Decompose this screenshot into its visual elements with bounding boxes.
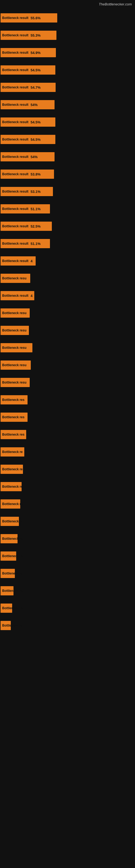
- bar-row: Bottleneck re: [1, 551, 135, 561]
- bar-value: 54.5%: [31, 137, 41, 142]
- bar-label: Bottleneck re: [2, 554, 24, 558]
- bar-row: Bottleneck result55.3%: [1, 30, 135, 40]
- bar-row: Bottleneck res: [1, 412, 135, 422]
- bar-value: 54.9%: [31, 51, 41, 55]
- bar-row: Bottleneck re: [1, 464, 135, 474]
- bar-value: 54%: [31, 103, 38, 107]
- bar-label: Bottleneck result: [2, 120, 30, 124]
- bar-label: Bottleneck re: [2, 624, 24, 627]
- bar-row: Bottleneck result51.1%: [1, 239, 135, 249]
- bar-label: Bottleneck re: [2, 571, 24, 575]
- bar-value: 52.5%: [31, 224, 41, 228]
- bar-value: 54%: [31, 155, 38, 159]
- bar-row: Bottleneck result4: [1, 290, 135, 301]
- bar-label: Bottleneck re: [2, 606, 24, 610]
- bar-row: Bottleneck re: [1, 586, 135, 596]
- bar-row: Bottleneck re: [1, 516, 135, 527]
- bar-row: Bottleneck result52.5%: [1, 221, 135, 231]
- bar-row: Bottleneck re: [1, 447, 135, 457]
- bar-row: Bottleneck resu: [1, 308, 135, 318]
- bars-list: Bottleneck result55.6%Bottleneck result5…: [0, 7, 135, 631]
- bar-row: Bottleneck result54.7%: [1, 82, 135, 93]
- bar-label: Bottleneck res: [2, 433, 26, 436]
- bar-label: Bottleneck resu: [2, 346, 28, 350]
- bar-label: Bottleneck result: [2, 68, 30, 72]
- bar-label: Bottleneck res: [2, 398, 26, 402]
- bar-label: Bottleneck resu: [2, 311, 28, 315]
- bar-label: Bottleneck result: [2, 207, 30, 211]
- bar-label: Bottleneck result: [2, 16, 30, 20]
- bar-row: Bottleneck resu: [1, 343, 135, 353]
- bar-row: Bottleneck resu: [1, 325, 135, 336]
- bar-value: 54.5%: [31, 68, 41, 72]
- bar-value: 4: [31, 294, 32, 298]
- bar-row: Bottleneck result4: [1, 256, 135, 266]
- bar-label: Bottleneck result: [2, 103, 30, 106]
- bar-label: Bottleneck result: [2, 86, 30, 89]
- bar-value: 53.8%: [31, 172, 41, 176]
- bar-row: Bottleneck resu: [1, 360, 135, 370]
- bar-label: Bottleneck result: [2, 242, 30, 246]
- bar-label: Bottleneck result: [2, 172, 30, 176]
- bar-label: Bottleneck result: [2, 259, 30, 263]
- bar-value: 55.6%: [31, 16, 41, 20]
- bar-label: Bottleneck re: [2, 485, 24, 489]
- bar-value: 55.3%: [31, 33, 41, 37]
- bar-row: Bottleneck re: [1, 499, 135, 509]
- bar-value: 4: [31, 259, 32, 263]
- bar-label: Bottleneck resu: [2, 380, 28, 384]
- bar-row: Bottleneck result54.5%: [1, 65, 135, 75]
- bar-value: 51.1%: [31, 207, 41, 211]
- bar-row: Bottleneck result53.8%: [1, 169, 135, 179]
- bar-row: Bottleneck resu: [1, 273, 135, 283]
- site-title: TheBottlenecker.com: [0, 0, 135, 7]
- bar-label: Bottleneck re: [2, 589, 24, 593]
- bar-row: Bottleneck result54.5%: [1, 134, 135, 145]
- bar-row: Bottleneck result54.9%: [1, 48, 135, 58]
- bar-label: Bottleneck re: [2, 520, 24, 523]
- bar-row: Bottleneck result51.1%: [1, 204, 135, 214]
- bar-label: Bottleneck re: [2, 502, 24, 506]
- bar-row: Bottleneck res: [1, 395, 135, 405]
- bar-value: 51.1%: [31, 242, 41, 246]
- bar-row: Bottleneck resu: [1, 377, 135, 388]
- bar-row: Bottleneck result53.1%: [1, 186, 135, 197]
- bar-label: Bottleneck resu: [2, 329, 28, 332]
- bar-label: Bottleneck re: [2, 537, 24, 540]
- bar-label: Bottleneck res: [2, 415, 26, 419]
- bar-row: Bottleneck re: [1, 603, 135, 613]
- bar-label: Bottleneck result: [2, 51, 30, 55]
- bar-value: 53.1%: [31, 190, 41, 194]
- bar-label: Bottleneck result: [2, 155, 30, 159]
- bar-label: Bottleneck result: [2, 137, 30, 141]
- bar-label: Bottleneck result: [2, 224, 30, 228]
- bar-label: Bottleneck resu: [2, 276, 28, 280]
- bar-value: 54.5%: [31, 120, 41, 124]
- bar-label: Bottleneck result: [2, 33, 30, 37]
- bar-label: Bottleneck resu: [2, 363, 28, 367]
- bar-label: Bottleneck re: [2, 450, 24, 454]
- bar-row: Bottleneck re: [1, 620, 135, 631]
- bar-row: Bottleneck result54%: [1, 99, 135, 110]
- bar-value: 54.7%: [31, 86, 41, 90]
- bar-row: Bottleneck re: [1, 482, 135, 492]
- bar-label: Bottleneck re: [2, 467, 24, 471]
- bar-label: Bottleneck result: [2, 294, 30, 298]
- bar-row: Bottleneck result55.6%: [1, 13, 135, 23]
- bar-row: Bottleneck result54.5%: [1, 117, 135, 127]
- bar-row: Bottleneck res: [1, 429, 135, 440]
- bar-row: Bottleneck re: [1, 568, 135, 579]
- bar-row: Bottleneck result54%: [1, 152, 135, 162]
- bar-label: Bottleneck result: [2, 190, 30, 193]
- bar-row: Bottleneck re: [1, 533, 135, 544]
